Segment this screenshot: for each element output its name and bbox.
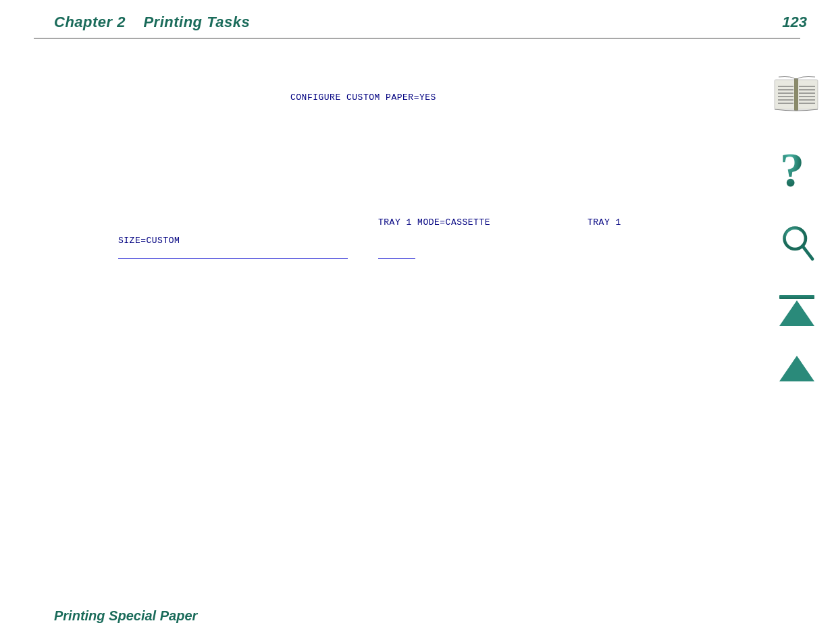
top-bar: [779, 295, 814, 299]
arrow-to-top-icon[interactable]: [777, 295, 817, 329]
triangle-up: [779, 300, 814, 326]
chapter-label: Chapter 2: [54, 14, 126, 30]
chapter-name: Printing Tasks: [143, 14, 250, 30]
main-content: CONFIGURE CUSTOM PAPER=YES TRAY 1 MODE=C…: [0, 38, 834, 615]
svg-line-17: [802, 246, 812, 259]
help-icon[interactable]: ?: [777, 144, 817, 198]
svg-text:?: ?: [780, 144, 804, 195]
search-icon[interactable]: [779, 225, 816, 268]
svg-rect-2: [794, 78, 798, 111]
svg-rect-1: [796, 80, 818, 109]
tray-mode-line: TRAY 1 MODE=CASSETTE: [378, 217, 490, 227]
page-number: 123: [782, 14, 807, 31]
page-header: Chapter 2 Printing Tasks 123: [0, 0, 834, 38]
svg-point-18: [789, 232, 796, 240]
underline-tray: [378, 258, 415, 259]
page-footer: Printing Special Paper: [54, 608, 197, 624]
footer-label: Printing Special Paper: [54, 608, 197, 623]
arrow-up-icon[interactable]: [779, 356, 814, 381]
chapter-title: Chapter 2 Printing Tasks: [54, 14, 250, 31]
sidebar-icons: ?: [773, 74, 820, 381]
config-line: CONFIGURE CUSTOM PAPER=YES: [290, 92, 436, 103]
book-icon[interactable]: [773, 74, 820, 117]
tray-label: TRAY 1: [588, 217, 621, 227]
size-line: SIZE=CUSTOM: [118, 236, 180, 246]
svg-rect-0: [775, 80, 796, 109]
underline-size: [118, 258, 348, 259]
